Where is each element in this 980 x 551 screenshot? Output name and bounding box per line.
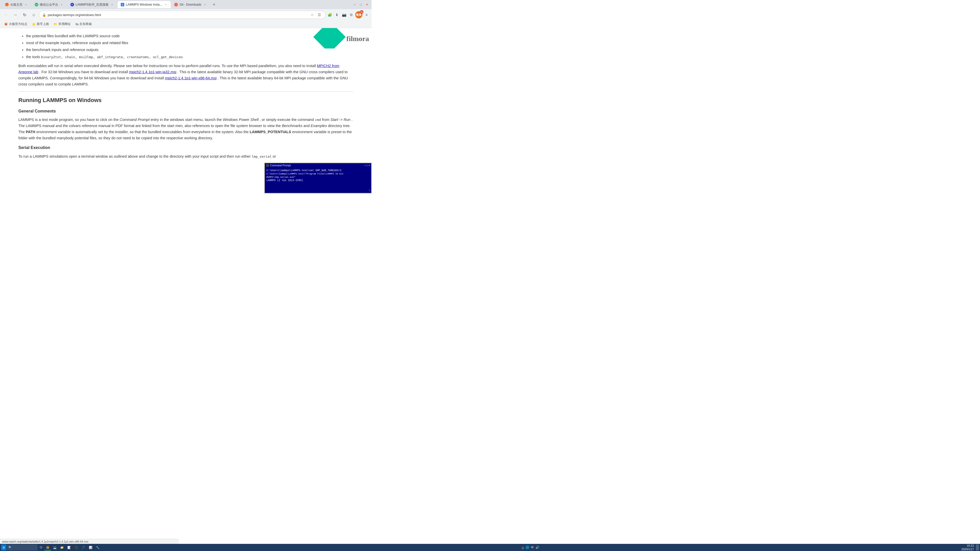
serial-text-1: To run a LAMMPS simulations open a termi… — [18, 154, 251, 159]
filmora-diamond — [313, 28, 345, 48]
tab-close-4[interactable]: × — [164, 3, 168, 6]
maximize-button[interactable]: □ — [358, 2, 363, 7]
bookmark-newbie[interactable]: 🌟 新手上路 — [30, 21, 51, 27]
tab-close-3[interactable]: × — [110, 3, 114, 6]
cmd-title-icon: ⬛ — [266, 164, 269, 168]
general-text-4: from — [322, 118, 331, 122]
tab-label-5: Git - Downloads — [180, 3, 201, 6]
general-text-6: and — [304, 124, 310, 128]
list-item-3: the benchmark inputs and reference outpu… — [26, 47, 353, 53]
windows-power-shell-italic: Windows Power Shell — [223, 118, 259, 122]
start-run-italic: Start -> Run — [331, 118, 351, 122]
title-bar: 🦊 火狐主页 × W 微信公众平台 × B LAMMPS软件_百度搜索 × L … — [0, 0, 372, 9]
user-avatar[interactable]: 噜景 89 — [355, 11, 363, 18]
lammps-potentials-bold: LAMMPS_POTENTIALS — [250, 130, 291, 134]
mpi-text-2: . For 32-bit Windows you have to downloa… — [39, 70, 128, 74]
navigation-bar: ← → ↻ ⌂ 🔒 ☆ ☰ 🧩 ⬇ 📷 ⚙ 噜景 89 ≡ — [0, 9, 372, 21]
bookmark-icon-1: 🦊 — [4, 22, 8, 26]
bookmark-label-3: 常用网址 — [59, 22, 71, 26]
bookmark-label-4: 京东商城 — [80, 22, 92, 26]
bookmark-firefox[interactable]: 🦊 火狐官方站点 — [2, 21, 29, 27]
filmora-overlay: filmora — [305, 28, 372, 48]
address-actions: ☆ ☰ — [309, 12, 322, 18]
bookmark-icon-3: 📁 — [54, 22, 57, 26]
close-button[interactable]: × — [364, 2, 369, 7]
mpich2-64-text: mpich2-1.4.1p1-win-x86-64.msi — [165, 76, 216, 80]
tab-close-5[interactable]: × — [203, 3, 207, 6]
bookmark-label-2: 新手上路 — [37, 22, 49, 26]
tab-label-2: 微信公众平台 — [40, 3, 58, 7]
bookmark-jd[interactable]: 🛍 京东商城 — [73, 21, 94, 27]
tools-code: binary2txt, chain, msi2lmp, abf_integrat… — [41, 55, 183, 59]
filmora-text: filmora — [346, 33, 369, 44]
cmd-titlebar: ⬛ Command Prompt ─ □ × — [265, 163, 371, 168]
tab-wechat[interactable]: W 微信公众平台 × — [32, 1, 67, 8]
notification-badge: 89 — [360, 10, 363, 14]
mpich2-64-link[interactable]: mpich2-1.4.1p1-win-x86-64.msi — [165, 76, 216, 80]
reload-button[interactable]: ↻ — [21, 11, 29, 19]
downloads-icon[interactable]: ⬇ — [334, 12, 340, 18]
extensions-icon[interactable]: 🧩 — [327, 12, 333, 18]
serial-text: To run a LAMMPS simulations open a termi… — [18, 154, 353, 160]
cmd-line-1: C:\Users\lammps\LAMMPS-test>set OMP_NUM_… — [266, 169, 369, 172]
general-text-1: LAMMPS is a text mode program, so you ha… — [18, 118, 120, 122]
home-button[interactable]: ⌂ — [30, 11, 38, 19]
cmd-screenshot: ⬛ Command Prompt ─ □ × C:\Users\lammps\L… — [264, 163, 372, 193]
list-item-text-1: the potential files bundled with the LAM… — [26, 34, 120, 38]
general-comments-heading: General Comments — [18, 108, 353, 114]
bookmark-common[interactable]: 📁 常用网址 — [52, 21, 73, 27]
list-item-text-3: the benchmark inputs and reference outpu… — [26, 48, 99, 52]
mpi-paragraph: Both executables will run in serial when… — [18, 63, 353, 87]
bullet-list: the potential files bundled with the LAM… — [18, 33, 353, 60]
minimize-button[interactable]: ─ — [352, 2, 357, 7]
tab-favicon-4: L — [121, 3, 124, 6]
command-prompt-italic: Command Prompt — [120, 118, 150, 122]
forward-button[interactable]: → — [11, 11, 19, 19]
cmd-code: cmd — [315, 118, 321, 122]
address-bar[interactable]: 🔒 ☆ ☰ — [39, 11, 326, 19]
scroll-arrow: › — [369, 187, 370, 193]
serial-text-2: or — [272, 154, 276, 159]
cmd-line-3: LAMMPS (2 Jun 2013-ICMS) — [266, 179, 369, 183]
general-text-8: environment variable is automatically se… — [36, 130, 250, 134]
back-button[interactable]: ← — [2, 11, 10, 19]
reader-view[interactable]: ☰ — [316, 12, 322, 18]
mpich2-32-link[interactable]: mpich2-1.4.1p1-win-ia32.msi — [129, 70, 177, 74]
mpich2-32-text: mpich2-1.4.1p1-win-ia32.msi — [129, 70, 177, 74]
general-paragraph: LAMMPS is a text mode program, so you ha… — [18, 117, 353, 141]
tab-label-3: LAMMPS软件_百度搜索 — [76, 3, 108, 7]
tab-baidu[interactable]: B LAMMPS软件_百度搜索 × — [67, 1, 117, 8]
general-text-3: , or simply execute the command — [259, 118, 315, 122]
section-divider — [18, 91, 353, 92]
bookmark-icon-4: 🛍 — [75, 22, 78, 26]
screenshot-icon[interactable]: 📷 — [341, 12, 347, 18]
tab-close-2[interactable]: × — [60, 3, 64, 6]
settings-icon[interactable]: ⚙ — [348, 12, 354, 18]
tab-close-1[interactable]: × — [24, 3, 28, 6]
list-item-1: the potential files bundled with the LAM… — [26, 33, 353, 39]
tab-favicon-1: 🦊 — [5, 3, 9, 6]
cmd-title-text: Command Prompt — [270, 164, 291, 168]
cmd-line-2: C:\Users\lammps\LAMMPS-test>"Program Fil… — [266, 172, 369, 179]
tab-favicon-2: W — [35, 3, 38, 6]
tab-git-downloads[interactable]: G Git - Downloads × — [171, 1, 210, 8]
tab-firefox-home[interactable]: 🦊 火狐主页 × — [2, 1, 31, 8]
bookmark-star[interactable]: ☆ — [309, 12, 315, 18]
tab-favicon-3: B — [70, 3, 74, 6]
tab-label-1: 火狐主页 — [10, 3, 22, 7]
browser-chrome: 🦊 火狐主页 × W 微信公众平台 × B LAMMPS软件_百度搜索 × L … — [0, 0, 372, 28]
serial-paragraph: To run a LAMMPS simulations open a termi… — [18, 154, 353, 160]
menu-button[interactable]: ≡ — [363, 12, 369, 18]
tab-favicon-5: G — [174, 3, 178, 6]
examples-italic: Examples — [310, 124, 327, 128]
tab-lammps-windows[interactable]: L LAMMPS Windows Insta... × — [118, 1, 171, 8]
bookmarks-bar: 🦊 火狐官方站点 🌟 新手上路 📁 常用网址 🛍 京东商城 — [0, 21, 372, 28]
address-input[interactable] — [48, 13, 307, 17]
benchmarks-italic: Benchmarks — [282, 124, 302, 128]
new-tab-button[interactable]: + — [210, 1, 218, 8]
lmp-serial-code: lmp_serial — [251, 155, 272, 159]
nav-extras: 🧩 ⬇ 📷 ⚙ 噜景 89 ≡ — [327, 11, 369, 18]
general-text-2: entry in the windows start menu, launch … — [151, 118, 223, 122]
bookmark-label-1: 火狐官方站点 — [9, 22, 27, 26]
list-item-2: most of the example inputs, reference ou… — [26, 40, 353, 46]
